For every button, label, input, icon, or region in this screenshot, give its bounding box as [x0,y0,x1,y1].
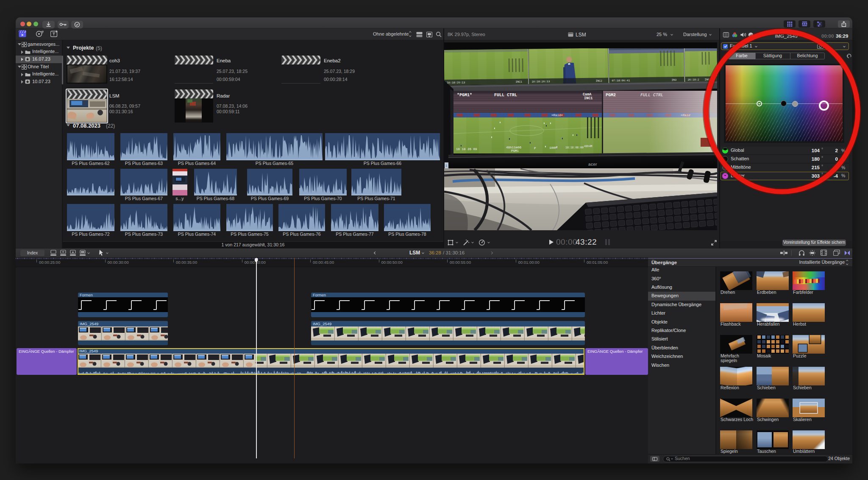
svg-text:IMG_2549: IMG_2549 [79,349,98,353]
svg-text:P: P [534,147,536,150]
svg-text:IMG_2549: IMG_2549 [313,321,331,326]
svg-text:48h11m06: 48h11m06 [506,146,522,149]
svg-text:100%: 100% [549,146,557,150]
svg-text:»Raid: »Raid [681,114,690,117]
svg-text:PGM1: PGM1 [511,149,519,153]
svg-text:FULL CTRL: FULL CTRL [640,93,663,98]
svg-text:IMG_2549: IMG_2549 [80,321,98,326]
svg-text:IMG: IMG [704,96,710,100]
svg-text:Formen: Formen [313,293,326,297]
svg-text:IN3: IN3 [671,78,676,81]
svg-text:INC1: INC1 [584,96,593,100]
svg-text:16:18:26:13: 16:18:26:13 [447,81,465,84]
svg-text:26:18:2: 26:18:2 [687,78,699,81]
svg-text:16 18 26 09: 16 18 26 09 [456,148,477,151]
svg-text:Formen: Formen [80,293,93,297]
svg-text:FULL CTRL: FULL CTRL [494,93,517,98]
svg-text:»Raid«: »Raid« [551,114,563,117]
svg-text:PGM2: PGM2 [606,93,616,98]
svg-text:INC2: INC2 [595,79,602,82]
svg-text:Ca: Ca [706,92,710,96]
svg-text:48h4M: 48h4M [584,145,593,148]
svg-text:16:18:26:13: 16:18:26:13 [531,80,550,84]
svg-text:07:18:06:41: 07:18:06:41 [612,79,630,83]
svg-text:18:18:08:00: 18:18:08:00 [565,146,584,149]
svg-text:acer: acer [588,162,597,167]
svg-text:INC4: INC4 [704,78,711,81]
svg-text:INC1: INC1 [515,81,522,84]
svg-text:*PGM1*: *PGM1* [457,93,472,98]
